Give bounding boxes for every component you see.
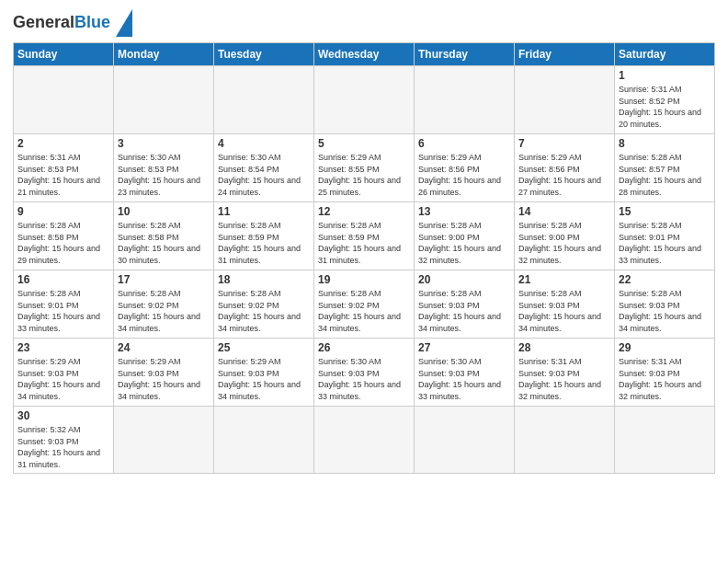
day-info: Sunrise: 5:30 AMSunset: 9:03 PMDaylight:…	[318, 356, 410, 402]
day-info: Sunrise: 5:31 AMSunset: 9:03 PMDaylight:…	[619, 356, 711, 402]
calendar-week-row: 23Sunrise: 5:29 AMSunset: 9:03 PMDayligh…	[14, 339, 715, 407]
calendar-day-cell	[615, 407, 715, 474]
day-info: Sunrise: 5:28 AMSunset: 8:58 PMDaylight:…	[118, 220, 210, 266]
day-number: 23	[17, 341, 109, 354]
day-info: Sunrise: 5:30 AMSunset: 9:03 PMDaylight:…	[418, 356, 510, 402]
day-info: Sunrise: 5:30 AMSunset: 8:54 PMDaylight:…	[218, 152, 310, 198]
day-info: Sunrise: 5:28 AMSunset: 9:03 PMDaylight:…	[418, 288, 510, 334]
day-number: 2	[17, 137, 109, 150]
weekday-header: Monday	[114, 43, 214, 66]
day-number: 4	[218, 137, 310, 150]
calendar-day-cell: 23Sunrise: 5:29 AMSunset: 9:03 PMDayligh…	[14, 339, 114, 407]
calendar-day-cell: 4Sunrise: 5:30 AMSunset: 8:54 PMDaylight…	[214, 134, 314, 202]
day-info: Sunrise: 5:29 AMSunset: 8:55 PMDaylight:…	[318, 152, 410, 198]
calendar-day-cell: 18Sunrise: 5:28 AMSunset: 9:02 PMDayligh…	[214, 270, 314, 339]
calendar-day-cell: 12Sunrise: 5:28 AMSunset: 8:59 PMDayligh…	[314, 202, 415, 270]
calendar-day-cell: 2Sunrise: 5:31 AMSunset: 8:53 PMDaylight…	[14, 134, 114, 202]
day-number: 11	[218, 205, 310, 218]
calendar-day-cell: 5Sunrise: 5:29 AMSunset: 8:55 PMDaylight…	[314, 134, 415, 202]
calendar-day-cell: 19Sunrise: 5:28 AMSunset: 9:02 PMDayligh…	[314, 270, 415, 339]
calendar-day-cell: 17Sunrise: 5:28 AMSunset: 9:02 PMDayligh…	[114, 270, 214, 339]
day-number: 21	[518, 273, 610, 286]
day-number: 10	[118, 205, 210, 218]
calendar-week-row: 1Sunrise: 5:31 AMSunset: 8:52 PMDaylight…	[14, 66, 715, 134]
calendar-day-cell	[415, 407, 515, 474]
calendar-week-row: 16Sunrise: 5:28 AMSunset: 9:01 PMDayligh…	[14, 270, 715, 339]
day-info: Sunrise: 5:31 AMSunset: 9:03 PMDaylight:…	[518, 356, 610, 402]
day-number: 14	[518, 205, 610, 218]
day-number: 17	[118, 273, 210, 286]
calendar-day-cell	[14, 66, 114, 134]
calendar-week-row: 9Sunrise: 5:28 AMSunset: 8:58 PMDaylight…	[14, 202, 715, 270]
day-info: Sunrise: 5:28 AMSunset: 9:03 PMDaylight:…	[619, 288, 711, 334]
calendar-day-cell: 29Sunrise: 5:31 AMSunset: 9:03 PMDayligh…	[615, 339, 715, 407]
calendar-day-cell: 25Sunrise: 5:29 AMSunset: 9:03 PMDayligh…	[214, 339, 314, 407]
day-info: Sunrise: 5:31 AMSunset: 8:53 PMDaylight:…	[17, 152, 109, 198]
calendar-day-cell: 3Sunrise: 5:30 AMSunset: 8:53 PMDaylight…	[114, 134, 214, 202]
day-number: 5	[318, 137, 410, 150]
calendar-day-cell: 8Sunrise: 5:28 AMSunset: 8:57 PMDaylight…	[615, 134, 715, 202]
day-number: 24	[118, 341, 210, 354]
day-number: 20	[418, 273, 510, 286]
calendar-day-cell	[114, 66, 214, 134]
calendar-day-cell	[214, 407, 314, 474]
weekday-header: Saturday	[615, 43, 715, 66]
day-info: Sunrise: 5:28 AMSunset: 8:57 PMDaylight:…	[619, 152, 711, 198]
day-number: 30	[17, 409, 109, 422]
day-number: 9	[17, 205, 109, 218]
day-number: 7	[518, 137, 610, 150]
day-info: Sunrise: 5:28 AMSunset: 8:59 PMDaylight:…	[218, 220, 310, 266]
day-number: 27	[418, 341, 510, 354]
weekday-header: Friday	[515, 43, 615, 66]
calendar-day-cell	[415, 66, 515, 134]
day-info: Sunrise: 5:28 AMSunset: 9:02 PMDaylight:…	[318, 288, 410, 334]
calendar-header-row: SundayMondayTuesdayWednesdayThursdayFrid…	[14, 43, 715, 66]
day-number: 1	[619, 69, 711, 82]
day-number: 12	[318, 205, 410, 218]
calendar-day-cell: 26Sunrise: 5:30 AMSunset: 9:03 PMDayligh…	[314, 339, 415, 407]
calendar-day-cell	[314, 407, 415, 474]
calendar-day-cell	[114, 407, 214, 474]
calendar-day-cell: 15Sunrise: 5:28 AMSunset: 9:01 PMDayligh…	[615, 202, 715, 270]
day-info: Sunrise: 5:29 AMSunset: 9:03 PMDaylight:…	[17, 356, 109, 402]
day-number: 13	[418, 205, 510, 218]
logo: GeneralBlue	[13, 9, 132, 37]
calendar-page: GeneralBlue SundayMondayTuesdayWednesday…	[0, 0, 728, 483]
day-number: 25	[218, 341, 310, 354]
calendar-week-row: 30Sunrise: 5:32 AMSunset: 9:03 PMDayligh…	[14, 407, 715, 474]
day-info: Sunrise: 5:28 AMSunset: 9:02 PMDaylight:…	[118, 288, 210, 334]
day-info: Sunrise: 5:28 AMSunset: 8:59 PMDaylight:…	[318, 220, 410, 266]
day-number: 8	[619, 137, 711, 150]
day-number: 26	[318, 341, 410, 354]
calendar-day-cell: 7Sunrise: 5:29 AMSunset: 8:56 PMDaylight…	[515, 134, 615, 202]
weekday-header: Tuesday	[214, 43, 314, 66]
calendar-day-cell: 9Sunrise: 5:28 AMSunset: 8:58 PMDaylight…	[14, 202, 114, 270]
day-number: 6	[418, 137, 510, 150]
weekday-header: Sunday	[14, 43, 114, 66]
day-info: Sunrise: 5:28 AMSunset: 9:03 PMDaylight:…	[518, 288, 610, 334]
calendar-day-cell: 28Sunrise: 5:31 AMSunset: 9:03 PMDayligh…	[515, 339, 615, 407]
calendar-day-cell: 30Sunrise: 5:32 AMSunset: 9:03 PMDayligh…	[14, 407, 114, 474]
header: GeneralBlue	[13, 9, 715, 37]
calendar-day-cell	[515, 407, 615, 474]
day-number: 15	[619, 205, 711, 218]
calendar-day-cell: 20Sunrise: 5:28 AMSunset: 9:03 PMDayligh…	[415, 270, 515, 339]
calendar-day-cell: 11Sunrise: 5:28 AMSunset: 8:59 PMDayligh…	[214, 202, 314, 270]
day-number: 3	[118, 137, 210, 150]
logo-text: GeneralBlue	[13, 14, 110, 32]
calendar-day-cell: 27Sunrise: 5:30 AMSunset: 9:03 PMDayligh…	[415, 339, 515, 407]
day-info: Sunrise: 5:28 AMSunset: 9:01 PMDaylight:…	[619, 220, 711, 266]
day-number: 18	[218, 273, 310, 286]
day-info: Sunrise: 5:29 AMSunset: 8:56 PMDaylight:…	[518, 152, 610, 198]
day-number: 28	[518, 341, 610, 354]
calendar-day-cell: 22Sunrise: 5:28 AMSunset: 9:03 PMDayligh…	[615, 270, 715, 339]
day-number: 22	[619, 273, 711, 286]
calendar-day-cell: 16Sunrise: 5:28 AMSunset: 9:01 PMDayligh…	[14, 270, 114, 339]
day-info: Sunrise: 5:28 AMSunset: 8:58 PMDaylight:…	[17, 220, 109, 266]
calendar-day-cell: 24Sunrise: 5:29 AMSunset: 9:03 PMDayligh…	[114, 339, 214, 407]
weekday-header: Thursday	[415, 43, 515, 66]
weekday-header: Wednesday	[314, 43, 415, 66]
calendar-day-cell: 13Sunrise: 5:28 AMSunset: 9:00 PMDayligh…	[415, 202, 515, 270]
calendar-day-cell: 10Sunrise: 5:28 AMSunset: 8:58 PMDayligh…	[114, 202, 214, 270]
calendar-day-cell: 14Sunrise: 5:28 AMSunset: 9:00 PMDayligh…	[515, 202, 615, 270]
